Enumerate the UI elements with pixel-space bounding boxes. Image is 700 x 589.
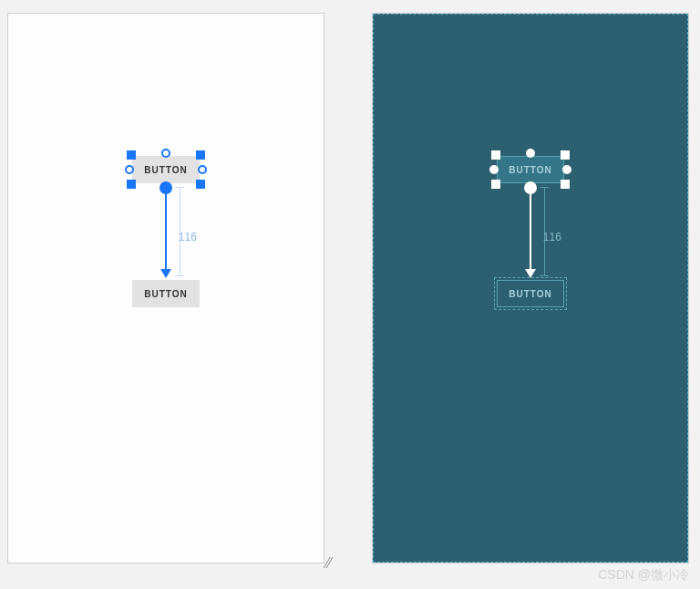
button-label: BUTTON <box>144 289 187 299</box>
widget-button-top[interactable]: BUTTON <box>132 156 200 183</box>
design-canvas-light[interactable]: BUTTON BUTTON 116 <box>7 13 324 563</box>
widget-button-top[interactable]: BUTTON <box>497 156 564 183</box>
constraint-arrow-icon <box>165 189 167 276</box>
button-label: BUTTON <box>144 165 187 175</box>
constraint-arrow-icon <box>530 189 531 276</box>
widget-button-bottom[interactable]: BUTTON <box>132 280 200 307</box>
design-canvas-blueprint[interactable]: BUTTON BUTTON 116 <box>372 13 689 563</box>
button-label: BUTTON <box>509 165 551 175</box>
widget-button-bottom[interactable]: BUTTON <box>497 280 564 307</box>
watermark-text: CSDN @微小冷 <box>598 567 689 584</box>
constraint-distance-label: 116 <box>543 231 561 243</box>
panel-resize-grip-icon[interactable]: ⁄⁄ <box>326 560 331 567</box>
constraint-distance-label: 116 <box>179 231 197 243</box>
button-label: BUTTON <box>509 289 551 299</box>
